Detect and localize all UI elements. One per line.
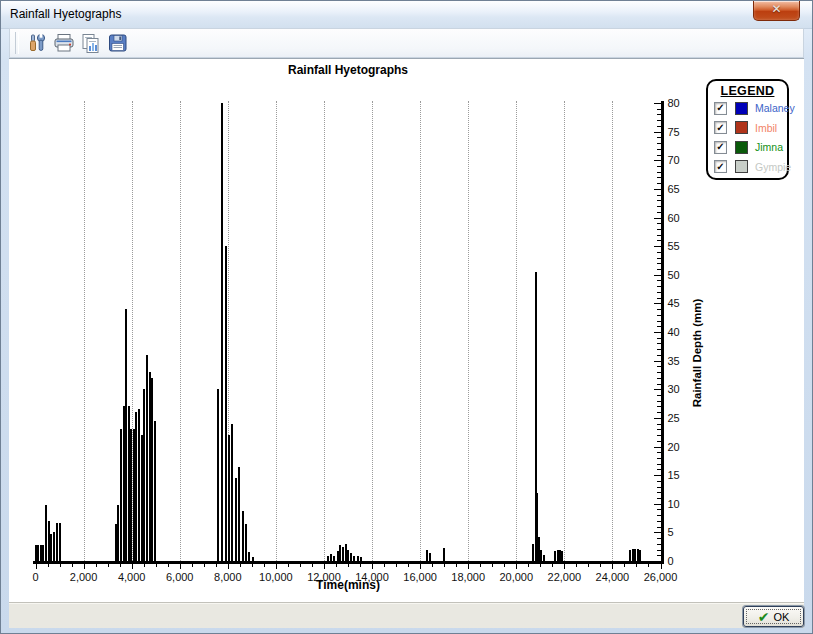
x-minor-tick: [192, 564, 193, 567]
x-minor-tick: [216, 564, 217, 567]
y-tick: [654, 561, 661, 562]
x-tick: [612, 564, 613, 569]
y-tick: [654, 332, 661, 333]
y-minor-tick: [657, 366, 661, 367]
y-minor-tick: [657, 315, 661, 316]
y-minor-tick: [657, 481, 661, 482]
x-minor-tick: [492, 564, 493, 567]
y-tick-label: 0: [668, 555, 698, 567]
gridline: [564, 101, 565, 561]
x-tick: [132, 564, 133, 569]
plot-area: 02,0004,0006,0008,00010,00012,00014,0001…: [9, 59, 804, 602]
y-tick-label: 60: [668, 212, 698, 224]
x-minor-tick: [588, 564, 589, 567]
toolbar: [9, 28, 804, 58]
y-minor-tick: [657, 464, 661, 465]
x-tick: [324, 564, 325, 569]
y-minor-tick: [657, 223, 661, 224]
y-minor-tick: [657, 263, 661, 264]
legend-item-gympie: ✓Gympie: [708, 157, 787, 176]
x-minor-tick: [300, 564, 301, 567]
x-tick: [228, 564, 229, 569]
y-tick-label: 80: [668, 97, 698, 109]
y-axis-title: Rainfall Depth (mm): [691, 273, 703, 433]
y-tick-label: 20: [668, 441, 698, 453]
rainfall-bar: [353, 556, 355, 561]
legend-swatch-malaney: [735, 102, 748, 115]
gridline: [468, 101, 469, 561]
rainfall-bar: [238, 467, 240, 561]
x-minor-tick: [456, 564, 457, 567]
save-button[interactable]: [104, 30, 131, 56]
x-minor-tick: [168, 564, 169, 567]
y-minor-tick: [657, 412, 661, 413]
rainfall-bar: [228, 435, 230, 561]
y-minor-tick: [657, 177, 661, 178]
copy-chart-icon: [80, 33, 102, 54]
y-tick: [654, 361, 661, 362]
y-minor-tick: [657, 487, 661, 488]
y-minor-tick: [657, 126, 661, 127]
rainfall-bar: [141, 435, 143, 561]
x-minor-tick: [540, 564, 541, 567]
x-minor-tick: [312, 564, 313, 567]
x-minor-tick: [288, 564, 289, 567]
x-minor-tick: [240, 564, 241, 567]
y-minor-tick: [657, 166, 661, 167]
y-minor-tick: [657, 435, 661, 436]
y-minor-tick: [657, 292, 661, 293]
y-minor-tick: [657, 452, 661, 453]
print-button[interactable]: [50, 30, 77, 56]
y-minor-tick: [657, 183, 661, 184]
y-minor-tick: [657, 338, 661, 339]
close-icon: ✕: [754, 1, 799, 18]
y-minor-tick: [657, 458, 661, 459]
x-minor-tick: [48, 564, 49, 567]
x-minor-tick: [396, 564, 397, 567]
y-minor-tick: [657, 406, 661, 407]
rainfall-hyetographs-window: Rainfall Hyetographs ✕: [0, 0, 813, 634]
rainfall-bar: [333, 556, 335, 561]
y-minor-tick: [657, 527, 661, 528]
y-minor-tick: [657, 378, 661, 379]
y-minor-tick: [657, 269, 661, 270]
y-minor-tick: [657, 515, 661, 516]
legend-checkbox-jimna[interactable]: ✓: [714, 141, 727, 154]
gridline: [276, 101, 277, 561]
gridline: [372, 101, 373, 561]
rainfall-bar: [248, 552, 250, 561]
y-axis-line: [661, 101, 664, 564]
gridline: [612, 101, 613, 561]
y-minor-tick: [657, 555, 661, 556]
x-minor-tick: [60, 564, 61, 567]
y-minor-tick: [657, 114, 661, 115]
legend-label-gympie: Gympie: [755, 161, 791, 173]
ok-button[interactable]: ✔ OK: [743, 606, 804, 627]
rainfall-bar: [330, 554, 332, 561]
x-minor-tick: [120, 564, 121, 567]
legend-checkbox-imbil[interactable]: ✓: [714, 121, 727, 134]
legend-title: LEGEND: [708, 84, 787, 98]
gridline: [84, 101, 85, 561]
y-minor-tick: [657, 538, 661, 539]
legend-checkbox-gympie[interactable]: ✓: [714, 160, 727, 173]
rainfall-bar: [225, 246, 227, 561]
x-minor-tick: [96, 564, 97, 567]
chart-options-button[interactable]: [23, 30, 50, 56]
legend-checkbox-malaney[interactable]: ✓: [714, 102, 727, 115]
tools-icon: [27, 33, 47, 53]
copy-chart-button[interactable]: [77, 30, 104, 56]
close-button[interactable]: ✕: [753, 1, 800, 21]
x-minor-tick: [648, 564, 649, 567]
y-tick-label: 70: [668, 154, 698, 166]
x-minor-tick: [444, 564, 445, 567]
x-minor-tick: [432, 564, 433, 567]
y-minor-tick: [657, 280, 661, 281]
y-minor-tick: [657, 172, 661, 173]
y-minor-tick: [657, 137, 661, 138]
y-tick: [654, 504, 661, 505]
rainfall-bar: [235, 478, 237, 561]
y-minor-tick: [657, 155, 661, 156]
save-icon: [107, 33, 128, 53]
rainfall-bar: [231, 424, 233, 561]
